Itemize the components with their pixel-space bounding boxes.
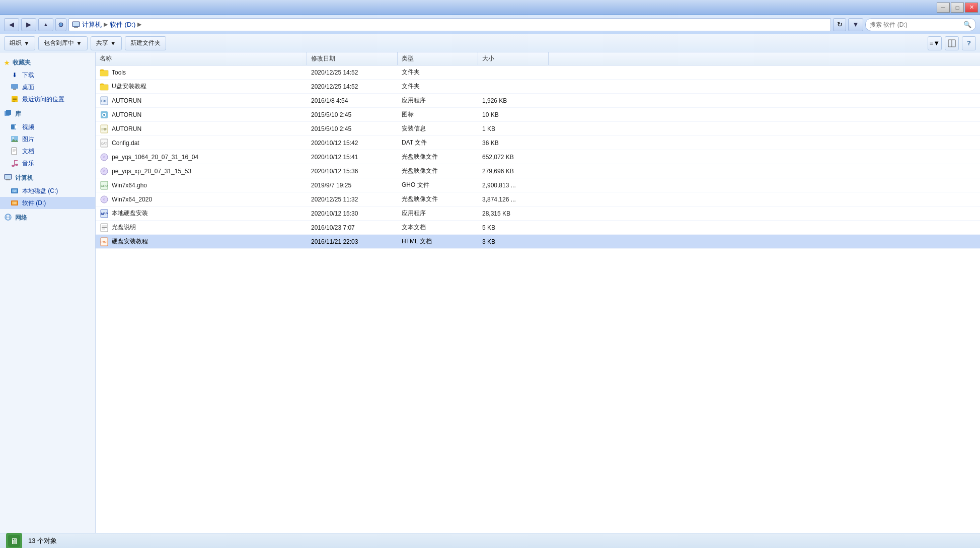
file-date: 2020/10/12 15:41 xyxy=(307,150,398,164)
file-icon xyxy=(100,110,109,119)
minimize-button[interactable]: ─ xyxy=(937,3,950,13)
breadcrumb-drive[interactable]: 软件 (D:) xyxy=(110,20,135,29)
col-header-type[interactable]: 类型 xyxy=(398,52,478,65)
downloads-icon: ⬇ xyxy=(10,71,19,80)
previous-locations-button[interactable] xyxy=(55,18,66,31)
file-icon: APP xyxy=(100,209,109,218)
maximize-button[interactable]: □ xyxy=(951,3,964,13)
svg-text:🖥: 🖥 xyxy=(10,537,18,545)
address-dropdown-button[interactable]: ▼ xyxy=(848,18,863,31)
svg-point-33 xyxy=(14,190,15,191)
file-name: 光盘说明 xyxy=(112,223,136,232)
col-header-size[interactable]: 大小 xyxy=(478,52,549,65)
table-row[interactable]: DAT Config.dat 2020/10/12 15:42 DAT 文件 3… xyxy=(96,136,980,150)
organize-dropdown-icon: ▼ xyxy=(24,40,30,47)
sidebar-item-drive-d[interactable]: 软件 (D:) xyxy=(0,197,95,209)
table-row[interactable]: pe_yqs_1064_20_07_31_16_04 2020/10/12 15… xyxy=(96,150,980,164)
table-row[interactable]: HTML 硬盘安装教程 2016/11/21 22:03 HTML 文档 3 K… xyxy=(96,235,980,249)
up-button[interactable]: ▲ xyxy=(38,18,53,31)
svg-rect-7 xyxy=(13,89,16,90)
svg-rect-6 xyxy=(11,84,18,89)
toolbar: 组织 ▼ 包含到库中 ▼ 共享 ▼ 新建文件夹 ≡▼ ? xyxy=(0,34,980,52)
breadcrumb-sep-2: ▶ xyxy=(137,21,141,28)
include-dropdown-icon: ▼ xyxy=(76,40,82,47)
svg-rect-66 xyxy=(102,226,107,226)
search-input[interactable] xyxy=(870,21,963,28)
svg-point-24 xyxy=(15,164,18,166)
table-row[interactable]: GHO Win7x64.gho 2019/9/7 19:25 GHO 文件 2,… xyxy=(96,178,980,192)
file-date: 2020/10/12 15:36 xyxy=(307,164,398,178)
sidebar-item-downloads[interactable]: ⬇ 下载 xyxy=(0,69,95,81)
col-header-name[interactable]: 名称 xyxy=(96,52,307,65)
file-name: 本地硬盘安装 xyxy=(112,209,148,218)
toolbar-right: ≡▼ ? xyxy=(928,36,976,50)
svg-rect-2 xyxy=(74,27,78,28)
sidebar-library-title[interactable]: 库 xyxy=(0,107,95,121)
table-row[interactable]: 光盘说明 2016/10/23 7:07 文本文档 5 KB xyxy=(96,221,980,235)
sidebar-item-music[interactable]: 音乐 xyxy=(0,157,95,169)
table-row[interactable]: pe_yqs_xp_20_07_31_15_53 2020/10/12 15:3… xyxy=(96,164,980,178)
file-name: AUTORUN xyxy=(112,125,141,132)
breadcrumb-computer[interactable]: 计算机 xyxy=(82,20,102,29)
share-dropdown-icon: ▼ xyxy=(110,40,116,47)
sidebar-favorites-title[interactable]: ★ 收藏夹 xyxy=(0,56,95,69)
file-size: 3,874,126 ... xyxy=(478,192,549,206)
preview-pane-button[interactable] xyxy=(945,36,959,50)
file-type: 光盘映像文件 xyxy=(398,192,478,206)
sidebar-item-recent[interactable]: 最近访问的位置 xyxy=(0,93,95,105)
table-row[interactable]: APP 本地硬盘安装 2020/10/12 15:30 应用程序 28,315 … xyxy=(96,207,980,221)
refresh-button[interactable]: ↻ xyxy=(833,18,846,31)
svg-point-37 xyxy=(14,202,15,203)
file-type: 文件夹 xyxy=(398,80,478,93)
svg-text:INF: INF xyxy=(101,127,107,131)
include-in-library-button[interactable]: 包含到库中 ▼ xyxy=(38,36,88,50)
file-list-header: 名称 修改日期 类型 大小 xyxy=(96,52,980,65)
sidebar-item-desktop[interactable]: 桌面 xyxy=(0,81,95,93)
view-toggle-button[interactable]: ≡▼ xyxy=(928,36,942,50)
forward-button[interactable]: ▶ xyxy=(21,18,36,31)
share-button[interactable]: 共享 ▼ xyxy=(91,36,122,50)
file-icon: GHO xyxy=(100,181,109,190)
file-icon xyxy=(100,153,109,162)
close-button[interactable]: ✕ xyxy=(965,3,978,13)
file-size: 279,696 KB xyxy=(478,164,549,178)
sidebar-computer-title[interactable]: 计算机 xyxy=(0,171,95,185)
svg-rect-26 xyxy=(14,160,18,161)
col-header-date[interactable]: 修改日期 xyxy=(307,52,398,65)
sidebar-item-pictures[interactable]: 图片 xyxy=(0,133,95,145)
table-row[interactable]: U盘安装教程 2020/12/25 14:52 文件夹 xyxy=(96,80,980,94)
organize-button[interactable]: 组织 ▼ xyxy=(4,36,35,50)
svg-rect-11 xyxy=(13,101,15,102)
table-row[interactable]: INF AUTORUN 2015/5/10 2:45 安装信息 1 KB xyxy=(96,122,980,136)
sidebar-item-video[interactable]: 视频 xyxy=(0,121,95,133)
file-name: AUTORUN xyxy=(112,111,141,118)
file-type: 安装信息 xyxy=(398,122,478,135)
file-date: 2016/1/8 4:54 xyxy=(307,94,398,107)
svg-rect-25 xyxy=(14,160,15,166)
table-row[interactable]: AUTORUN 2015/5/10 2:45 图标 10 KB xyxy=(96,108,980,122)
breadcrumb-bar: 计算机 ▶ 软件 (D:) ▶ xyxy=(68,18,831,31)
new-folder-button[interactable]: 新建文件夹 xyxy=(125,36,166,50)
help-button[interactable]: ? xyxy=(962,36,976,50)
file-icon xyxy=(100,68,109,77)
table-row[interactable]: Win7x64_2020 2020/12/25 11:32 光盘映像文件 3,8… xyxy=(96,192,980,207)
sidebar-item-documents[interactable]: 文档 xyxy=(0,145,95,157)
file-name: Win7x64_2020 xyxy=(112,196,152,203)
file-icon: EXE xyxy=(100,96,109,105)
svg-point-47 xyxy=(103,114,105,116)
sidebar-network-title[interactable]: 网络 xyxy=(0,211,95,225)
file-size xyxy=(478,65,549,79)
table-row[interactable]: Tools 2020/12/25 14:52 文件夹 xyxy=(96,65,980,80)
sidebar-item-drive-c[interactable]: 本地磁盘 (C:) xyxy=(0,185,95,197)
svg-point-54 xyxy=(104,157,105,158)
back-button[interactable]: ◀ xyxy=(4,18,19,31)
search-icon[interactable]: 🔍 xyxy=(963,21,971,28)
file-size: 2,900,813 ... xyxy=(478,178,549,192)
search-bar: 🔍 xyxy=(865,18,976,31)
table-row[interactable]: EXE AUTORUN 2016/1/8 4:54 应用程序 1,926 KB xyxy=(96,94,980,108)
file-date: 2020/10/12 15:42 xyxy=(307,136,398,150)
network-icon xyxy=(4,213,12,223)
file-date: 2020/12/25 14:52 xyxy=(307,65,398,79)
file-icon xyxy=(100,167,109,176)
file-type: 光盘映像文件 xyxy=(398,164,478,178)
